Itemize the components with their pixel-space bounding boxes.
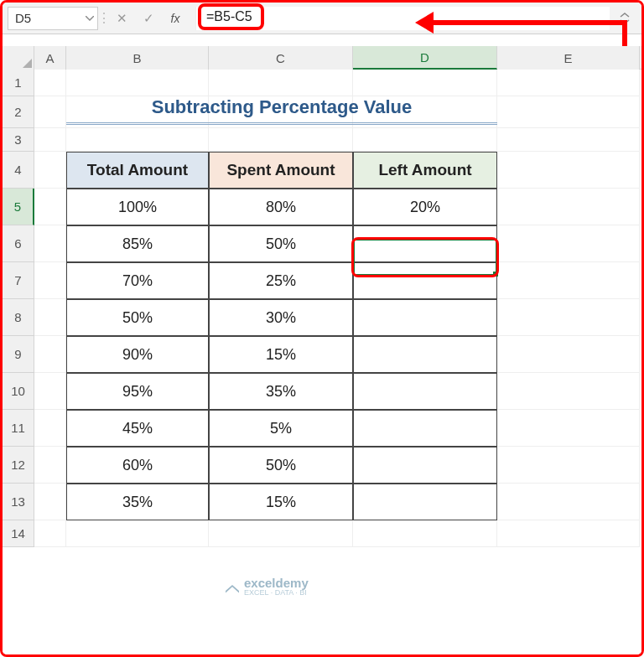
watermark: exceldemy EXCEL · DATA · BI: [226, 576, 309, 597]
formula-input[interactable]: =B5-C5: [195, 7, 610, 30]
row-header-7[interactable]: 7: [3, 262, 34, 299]
column-header-D[interactable]: D: [353, 46, 497, 70]
cancel-icon[interactable]: ✕: [110, 7, 133, 30]
cell-B12[interactable]: 60%: [66, 447, 209, 484]
row-header-14[interactable]: 14: [3, 520, 34, 547]
cell-A2[interactable]: [34, 96, 66, 128]
cell-B8[interactable]: 50%: [66, 299, 209, 336]
cell-E1[interactable]: [497, 70, 640, 96]
row-header-2[interactable]: 2: [3, 96, 34, 128]
cell-C13[interactable]: 15%: [209, 484, 353, 520]
cell-B10[interactable]: 95%: [66, 373, 209, 410]
cell-C14[interactable]: [209, 520, 353, 547]
column-header-E[interactable]: E: [497, 46, 640, 70]
name-box[interactable]: D5: [8, 7, 98, 30]
cell-B3[interactable]: [66, 128, 209, 152]
row-header-8[interactable]: 8: [3, 299, 34, 336]
cell-C7[interactable]: 25%: [209, 262, 353, 299]
cell-E13[interactable]: [497, 484, 640, 520]
cell-D9[interactable]: [353, 336, 497, 373]
cell-D14[interactable]: [353, 520, 497, 547]
header-spent-amount[interactable]: Spent Amount: [209, 152, 353, 189]
row-header-10[interactable]: 10: [3, 373, 34, 410]
column-header-C[interactable]: C: [209, 46, 353, 70]
cell-B13[interactable]: 35%: [66, 484, 209, 520]
separator-icon: ⋮: [101, 7, 106, 30]
cell-C1[interactable]: [209, 70, 353, 96]
cell-A12[interactable]: [34, 447, 66, 484]
cell-D13[interactable]: [353, 484, 497, 520]
cell-C5[interactable]: 80%: [209, 189, 353, 225]
cell-B7[interactable]: 70%: [66, 262, 209, 299]
row-header-1[interactable]: 1: [3, 70, 34, 96]
header-left-amount[interactable]: Left Amount: [353, 152, 497, 189]
cell-D7[interactable]: [353, 262, 497, 299]
cell-E4[interactable]: [497, 152, 640, 189]
cell-D3[interactable]: [353, 128, 497, 152]
cell-C3[interactable]: [209, 128, 353, 152]
cell-C9[interactable]: 15%: [209, 336, 353, 373]
row-3: 3: [3, 128, 641, 152]
cell-A1[interactable]: [34, 70, 66, 96]
cell-D10[interactable]: [353, 373, 497, 410]
cell-C10[interactable]: 35%: [209, 373, 353, 410]
cell-E5[interactable]: [497, 189, 640, 225]
cell-E14[interactable]: [497, 520, 640, 547]
cell-D6[interactable]: [353, 225, 497, 262]
row-header-11[interactable]: 11: [3, 410, 34, 447]
cell-D1[interactable]: [353, 70, 497, 96]
cell-B14[interactable]: [66, 520, 209, 547]
cell-E11[interactable]: [497, 410, 640, 447]
cell-A8[interactable]: [34, 299, 66, 336]
cell-E6[interactable]: [497, 225, 640, 262]
cell-B1[interactable]: [66, 70, 209, 96]
worksheet: A B C D E 1 2 3 4 Total Amount Spent Amo…: [3, 46, 641, 654]
cell-D5[interactable]: 20%: [353, 189, 497, 225]
cell-E10[interactable]: [497, 373, 640, 410]
cell-C11[interactable]: 5%: [209, 410, 353, 447]
cell-A13[interactable]: [34, 484, 66, 520]
cell-A14[interactable]: [34, 520, 66, 547]
cell-A5[interactable]: [34, 189, 66, 225]
header-total-amount[interactable]: Total Amount: [66, 152, 209, 189]
row-header-3[interactable]: 3: [3, 128, 34, 152]
cell-D12[interactable]: [353, 447, 497, 484]
cell-E7[interactable]: [497, 262, 640, 299]
cell-B6[interactable]: 85%: [66, 225, 209, 262]
cell-D11[interactable]: [353, 410, 497, 447]
cell-A11[interactable]: [34, 410, 66, 447]
cell-B5[interactable]: 100%: [66, 189, 209, 225]
name-box-dropdown-icon[interactable]: [84, 8, 96, 28]
row-5: 5 100% 80% 20%: [3, 189, 641, 225]
row-header-12[interactable]: 12: [3, 447, 34, 484]
formula-value: =B5-C5: [198, 3, 264, 30]
row-header-9[interactable]: 9: [3, 336, 34, 373]
cell-A4[interactable]: [34, 152, 66, 189]
cell-A7[interactable]: [34, 262, 66, 299]
row-12: 12 60% 50%: [3, 447, 641, 484]
cell-B11[interactable]: 45%: [66, 410, 209, 447]
select-all-corner[interactable]: [3, 46, 34, 70]
cell-E2[interactable]: [497, 96, 640, 128]
cell-C8[interactable]: 30%: [209, 299, 353, 336]
cell-A9[interactable]: [34, 336, 66, 373]
row-header-4[interactable]: 4: [3, 152, 34, 189]
column-header-B[interactable]: B: [66, 46, 209, 70]
cell-C12[interactable]: 50%: [209, 447, 353, 484]
enter-icon[interactable]: ✓: [137, 7, 160, 30]
cell-D8[interactable]: [353, 299, 497, 336]
fx-icon[interactable]: fx: [164, 7, 187, 30]
cell-A6[interactable]: [34, 225, 66, 262]
cell-B9[interactable]: 90%: [66, 336, 209, 373]
cell-E9[interactable]: [497, 336, 640, 373]
cell-E12[interactable]: [497, 447, 640, 484]
row-header-13[interactable]: 13: [3, 484, 34, 520]
row-header-5[interactable]: 5: [3, 189, 34, 225]
column-header-A[interactable]: A: [34, 46, 66, 70]
cell-C6[interactable]: 50%: [209, 225, 353, 262]
cell-E8[interactable]: [497, 299, 640, 336]
cell-E3[interactable]: [497, 128, 640, 152]
row-header-6[interactable]: 6: [3, 225, 34, 262]
cell-A10[interactable]: [34, 373, 66, 410]
cell-A3[interactable]: [34, 128, 66, 152]
